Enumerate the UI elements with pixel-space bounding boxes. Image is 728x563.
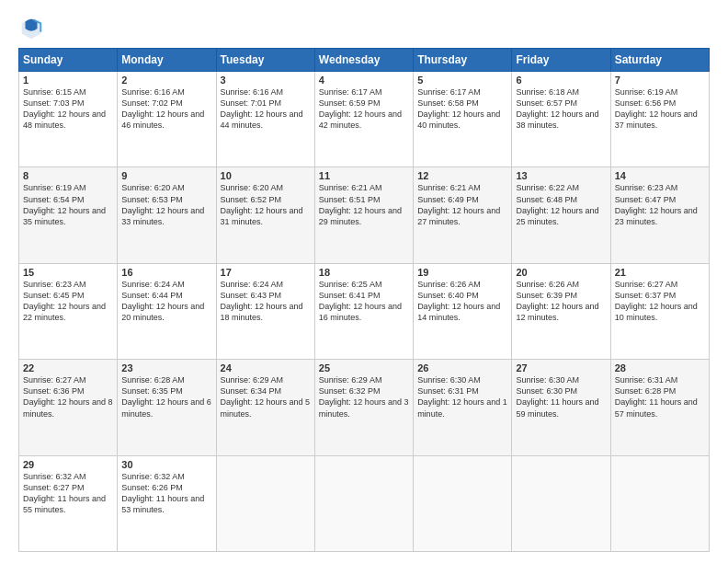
day-number: 15: [23, 267, 113, 278]
day-cell-18: 18 Sunrise: 6:25 AMSunset: 6:41 PMDaylig…: [314, 263, 413, 359]
day-number: 1: [23, 75, 113, 86]
day-cell-8: 8 Sunrise: 6:19 AMSunset: 6:54 PMDayligh…: [19, 167, 118, 263]
day-info: Sunrise: 6:23 AMSunset: 6:47 PMDaylight:…: [615, 182, 705, 227]
week-row-4: 22 Sunrise: 6:27 AMSunset: 6:36 PMDaylig…: [19, 360, 710, 455]
calendar-table: SundayMondayTuesdayWednesdayThursdayFrid…: [18, 48, 710, 552]
day-cell-17: 17 Sunrise: 6:24 AMSunset: 6:43 PMDaylig…: [216, 263, 314, 359]
empty-cell: [610, 455, 709, 551]
day-info: Sunrise: 6:24 AMSunset: 6:43 PMDaylight:…: [221, 279, 311, 324]
day-number: 26: [417, 362, 507, 373]
day-info: Sunrise: 6:28 AMSunset: 6:35 PMDaylight:…: [121, 374, 211, 419]
day-number: 18: [319, 267, 409, 278]
day-info: Sunrise: 6:17 AMSunset: 6:59 PMDaylight:…: [319, 86, 409, 132]
day-info: Sunrise: 6:16 AMSunset: 7:01 PMDaylight:…: [221, 86, 311, 132]
day-number: 27: [516, 362, 606, 373]
day-cell-10: 10 Sunrise: 6:20 AMSunset: 6:52 PMDaylig…: [216, 167, 314, 263]
day-number: 11: [319, 170, 409, 181]
weekday-header-wednesday: Wednesday: [314, 49, 413, 72]
day-info: Sunrise: 6:21 AMSunset: 6:51 PMDaylight:…: [319, 182, 409, 227]
day-number: 10: [221, 170, 311, 181]
weekday-header-monday: Monday: [118, 49, 216, 72]
day-info: Sunrise: 6:27 AMSunset: 6:36 PMDaylight:…: [23, 374, 113, 419]
day-cell-3: 3 Sunrise: 6:16 AMSunset: 7:01 PMDayligh…: [216, 72, 314, 167]
week-row-3: 15 Sunrise: 6:23 AMSunset: 6:45 PMDaylig…: [19, 263, 710, 359]
week-row-2: 8 Sunrise: 6:19 AMSunset: 6:54 PMDayligh…: [19, 167, 710, 263]
day-cell-26: 26 Sunrise: 6:30 AMSunset: 6:31 PMDaylig…: [414, 360, 512, 455]
day-number: 12: [417, 170, 507, 181]
weekday-header-thursday: Thursday: [414, 49, 512, 72]
day-number: 4: [319, 75, 409, 86]
day-info: Sunrise: 6:30 AMSunset: 6:30 PMDaylight:…: [516, 374, 606, 419]
day-number: 23: [121, 362, 211, 373]
day-info: Sunrise: 6:16 AMSunset: 7:02 PMDaylight:…: [121, 86, 211, 132]
day-number: 21: [615, 267, 705, 278]
day-cell-12: 12 Sunrise: 6:21 AMSunset: 6:49 PMDaylig…: [414, 167, 512, 263]
empty-cell: [216, 455, 314, 551]
day-number: 6: [516, 75, 606, 86]
weekday-header-saturday: Saturday: [610, 49, 709, 72]
day-cell-30: 30 Sunrise: 6:32 AMSunset: 6:26 PMDaylig…: [118, 455, 216, 551]
day-info: Sunrise: 6:26 AMSunset: 6:40 PMDaylight:…: [417, 279, 507, 324]
day-number: 29: [23, 459, 113, 470]
week-row-5: 29 Sunrise: 6:32 AMSunset: 6:27 PMDaylig…: [19, 455, 710, 551]
day-info: Sunrise: 6:24 AMSunset: 6:44 PMDaylight:…: [121, 279, 211, 324]
logo-icon: [18, 15, 44, 40]
day-info: Sunrise: 6:19 AMSunset: 6:54 PMDaylight:…: [23, 182, 113, 227]
day-cell-21: 21 Sunrise: 6:27 AMSunset: 6:37 PMDaylig…: [610, 263, 709, 359]
day-number: 16: [121, 267, 211, 278]
day-number: 13: [516, 170, 606, 181]
day-info: Sunrise: 6:25 AMSunset: 6:41 PMDaylight:…: [319, 279, 409, 324]
day-number: 30: [121, 459, 211, 470]
page: SundayMondayTuesdayWednesdayThursdayFrid…: [0, 0, 728, 563]
empty-cell: [314, 455, 413, 551]
day-info: Sunrise: 6:21 AMSunset: 6:49 PMDaylight:…: [417, 182, 507, 227]
day-cell-25: 25 Sunrise: 6:29 AMSunset: 6:32 PMDaylig…: [314, 360, 413, 455]
day-number: 24: [221, 362, 311, 373]
day-cell-14: 14 Sunrise: 6:23 AMSunset: 6:47 PMDaylig…: [610, 167, 709, 263]
day-cell-1: 1 Sunrise: 6:15 AMSunset: 7:03 PMDayligh…: [19, 72, 118, 167]
day-info: Sunrise: 6:32 AMSunset: 6:26 PMDaylight:…: [121, 471, 211, 516]
day-info: Sunrise: 6:29 AMSunset: 6:32 PMDaylight:…: [319, 374, 409, 419]
logo: [18, 15, 48, 40]
header: [18, 15, 710, 40]
day-cell-7: 7 Sunrise: 6:19 AMSunset: 6:56 PMDayligh…: [610, 72, 709, 167]
day-number: 5: [417, 75, 507, 86]
day-number: 3: [221, 75, 311, 86]
day-number: 8: [23, 170, 113, 181]
day-cell-16: 16 Sunrise: 6:24 AMSunset: 6:44 PMDaylig…: [118, 263, 216, 359]
day-info: Sunrise: 6:22 AMSunset: 6:48 PMDaylight:…: [516, 182, 606, 227]
day-number: 19: [417, 267, 507, 278]
day-info: Sunrise: 6:27 AMSunset: 6:37 PMDaylight:…: [615, 279, 705, 324]
day-info: Sunrise: 6:31 AMSunset: 6:28 PMDaylight:…: [615, 374, 705, 419]
day-number: 25: [319, 362, 409, 373]
day-cell-24: 24 Sunrise: 6:29 AMSunset: 6:34 PMDaylig…: [216, 360, 314, 455]
week-row-1: 1 Sunrise: 6:15 AMSunset: 7:03 PMDayligh…: [19, 72, 710, 167]
day-cell-15: 15 Sunrise: 6:23 AMSunset: 6:45 PMDaylig…: [19, 263, 118, 359]
day-cell-6: 6 Sunrise: 6:18 AMSunset: 6:57 PMDayligh…: [512, 72, 610, 167]
day-cell-23: 23 Sunrise: 6:28 AMSunset: 6:35 PMDaylig…: [118, 360, 216, 455]
day-cell-2: 2 Sunrise: 6:16 AMSunset: 7:02 PMDayligh…: [118, 72, 216, 167]
day-cell-11: 11 Sunrise: 6:21 AMSunset: 6:51 PMDaylig…: [314, 167, 413, 263]
day-info: Sunrise: 6:15 AMSunset: 7:03 PMDaylight:…: [23, 86, 113, 132]
day-info: Sunrise: 6:20 AMSunset: 6:53 PMDaylight:…: [121, 182, 211, 227]
day-info: Sunrise: 6:20 AMSunset: 6:52 PMDaylight:…: [221, 182, 311, 227]
day-cell-5: 5 Sunrise: 6:17 AMSunset: 6:58 PMDayligh…: [414, 72, 512, 167]
empty-cell: [512, 455, 610, 551]
day-cell-9: 9 Sunrise: 6:20 AMSunset: 6:53 PMDayligh…: [118, 167, 216, 263]
day-number: 7: [615, 75, 705, 86]
day-number: 14: [615, 170, 705, 181]
day-cell-4: 4 Sunrise: 6:17 AMSunset: 6:59 PMDayligh…: [314, 72, 413, 167]
day-cell-22: 22 Sunrise: 6:27 AMSunset: 6:36 PMDaylig…: [19, 360, 118, 455]
day-number: 17: [221, 267, 311, 278]
day-info: Sunrise: 6:29 AMSunset: 6:34 PMDaylight:…: [221, 374, 311, 419]
day-info: Sunrise: 6:17 AMSunset: 6:58 PMDaylight:…: [417, 86, 507, 132]
day-cell-19: 19 Sunrise: 6:26 AMSunset: 6:40 PMDaylig…: [414, 263, 512, 359]
empty-cell: [414, 455, 512, 551]
day-cell-20: 20 Sunrise: 6:26 AMSunset: 6:39 PMDaylig…: [512, 263, 610, 359]
day-info: Sunrise: 6:23 AMSunset: 6:45 PMDaylight:…: [23, 279, 113, 324]
day-number: 20: [516, 267, 606, 278]
day-number: 2: [121, 75, 211, 86]
day-cell-28: 28 Sunrise: 6:31 AMSunset: 6:28 PMDaylig…: [610, 360, 709, 455]
day-info: Sunrise: 6:26 AMSunset: 6:39 PMDaylight:…: [516, 279, 606, 324]
day-info: Sunrise: 6:18 AMSunset: 6:57 PMDaylight:…: [516, 86, 606, 132]
